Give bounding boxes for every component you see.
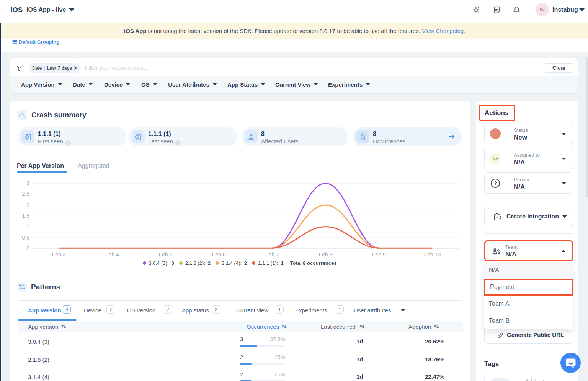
svg-text:0: 0 [26, 245, 29, 251]
svg-text:2.5: 2.5 [22, 191, 30, 197]
svg-text:3: 3 [26, 180, 29, 186]
svg-text:Feb 9: Feb 9 [372, 251, 386, 258]
svg-text:2: 2 [26, 202, 29, 208]
svg-text:Feb 4: Feb 4 [105, 251, 119, 258]
svg-text:Feb 5: Feb 5 [158, 251, 172, 258]
svg-text:1.5: 1.5 [22, 213, 30, 219]
svg-text:Feb 3: Feb 3 [52, 251, 66, 258]
svg-text:Feb 8: Feb 8 [318, 251, 332, 258]
svg-text:Feb 10: Feb 10 [424, 251, 441, 258]
svg-text:0.5: 0.5 [22, 235, 30, 241]
svg-text:Feb 6: Feb 6 [212, 251, 226, 258]
svg-text:Feb 7: Feb 7 [265, 251, 279, 258]
svg-text:1: 1 [26, 223, 29, 230]
